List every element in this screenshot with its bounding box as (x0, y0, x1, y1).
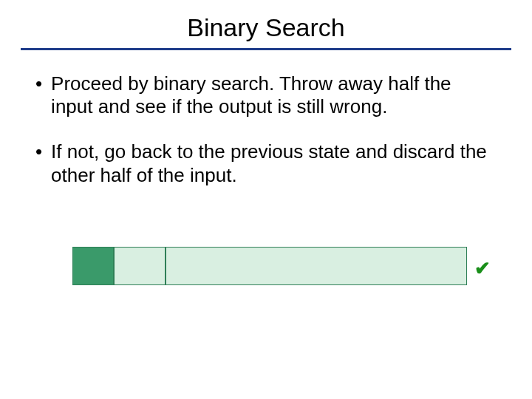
binary-search-diagram: ✔ (72, 247, 494, 287)
bullet-item: • If not, go back to the previous state … (35, 140, 497, 186)
title-underline (21, 48, 511, 50)
page-title: Binary Search (0, 13, 532, 42)
diagram-segment-kept (72, 247, 114, 285)
bullet-text: Proceed by binary search. Throw away hal… (51, 72, 497, 118)
bullet-text: If not, go back to the previous state an… (51, 140, 497, 186)
diagram-segment-discarded-b (166, 247, 467, 285)
bullet-marker: • (35, 140, 42, 186)
bullet-marker: • (35, 72, 42, 118)
bullet-item: • Proceed by binary search. Throw away h… (35, 72, 497, 118)
diagram-segment-discarded-a (114, 247, 166, 285)
checkmark-icon: ✔ (474, 257, 491, 280)
slide: Binary Search • Proceed by binary search… (0, 13, 532, 399)
content-area: • Proceed by binary search. Throw away h… (0, 72, 532, 187)
